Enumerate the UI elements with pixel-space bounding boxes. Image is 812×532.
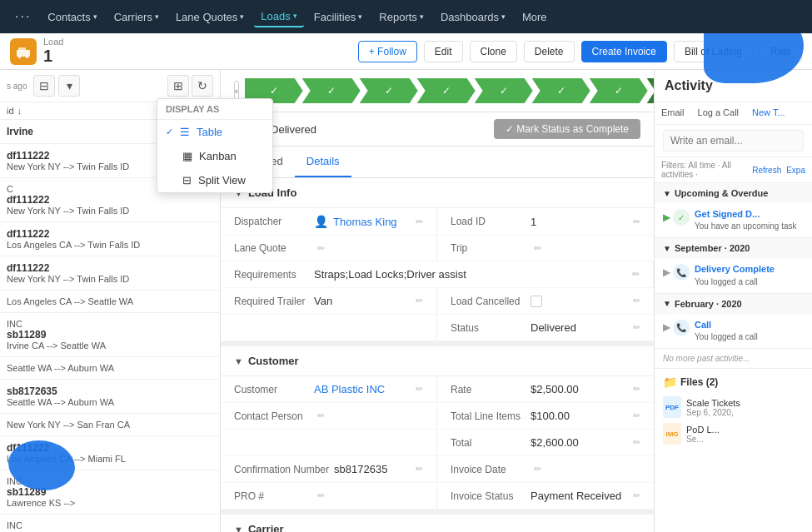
progress-step-3[interactable]: ✓ [360, 78, 418, 103]
total-line-items-edit[interactable]: ✏ [633, 410, 640, 421]
nav-carriers[interactable]: Carriers ▾ [107, 7, 166, 27]
february-header[interactable]: ▼ February · 2020 [655, 294, 812, 314]
dispatcher-edit[interactable]: ✏ [416, 216, 423, 227]
list-item[interactable]: Seattle WA --> Auburn WA [0, 357, 220, 380]
filter-bar: Filters: All time · All activities · Ref… [655, 157, 812, 183]
create-invoice-button[interactable]: Create Invoice [581, 41, 667, 62]
customer-section-header[interactable]: ▼ Customer [221, 346, 654, 376]
list-item[interactable]: df111222 New York NY --> Twin Falls ID [0, 256, 220, 291]
upcoming-overdue-header[interactable]: ▼ Upcoming & Overdue [655, 183, 812, 203]
progress-step-delivered[interactable]: Delivered [647, 78, 654, 103]
mark-complete-button[interactable]: ✓ Mark Status as Complete [494, 119, 640, 139]
call-title[interactable]: Call [695, 319, 758, 331]
progress-step-7[interactable]: ✓ [590, 78, 648, 103]
progress-steps: ✓ ✓ ✓ ✓ ✓ ✓ ✓ Delivered [246, 78, 654, 103]
clone-button[interactable]: Clone [470, 41, 517, 62]
no-more-activities: No more past activitie... [655, 349, 812, 368]
nav-item-dots[interactable]: ··· [8, 6, 37, 27]
nav-contacts[interactable]: Contacts ▾ [41, 7, 103, 27]
requirements-edit[interactable]: ✏ [632, 269, 640, 280]
status-edit[interactable]: ✏ [633, 322, 640, 333]
list-item[interactable]: Los Angeles CA --> Seattle WA [0, 291, 220, 313]
lane-quote-edit[interactable]: ✏ [317, 243, 325, 254]
toolbar-right: ⊞ ↻ [167, 75, 213, 97]
lane-quotes-arrow: ▾ [240, 12, 244, 21]
progress-bar-section: ‹ ✓ ✓ ✓ ✓ ✓ ✓ ✓ Delivered [221, 70, 654, 112]
scale-tickets-info: Scale Tickets Sep 6, 2020, [686, 398, 740, 417]
list-item[interactable]: df111222 Los Angeles CA --> Twin Falls I… [0, 222, 220, 256]
expand-arrow-icon[interactable]: ▶ [663, 211, 670, 223]
pod-info: PoD L... Se... [686, 425, 720, 444]
svg-point-2 [18, 56, 21, 58]
customer-value[interactable]: AB Plastic INC [314, 383, 385, 395]
list-item[interactable]: sb8172635 Seattle WA --> Auburn WA [0, 380, 220, 414]
total-edit[interactable]: ✏ [633, 437, 640, 448]
file-item-scale[interactable]: PDF Scale Tickets Sep 6, 2020, [663, 394, 804, 420]
empty-cust-left [221, 430, 437, 455]
contact-person-edit[interactable]: ✏ [317, 410, 325, 421]
expand-arrow-icon-3[interactable]: ▶ [663, 321, 670, 333]
contact-person-cell: Contact Person ✏ [221, 403, 437, 429]
load-cancelled-checkbox[interactable] [531, 296, 542, 307]
refresh-btn[interactable]: ↻ [192, 75, 213, 97]
tabs-section: Related Details [221, 147, 654, 178]
nav-reports[interactable]: Reports ▾ [372, 7, 431, 27]
dispatcher-value[interactable]: Thomas King [333, 216, 397, 228]
list-item[interactable]: INC sb11289 Irvine CA --> Seattle WA [0, 313, 220, 357]
display-splitview-option[interactable]: ⊟ Split View [157, 168, 221, 192]
trip-label: Trip [451, 242, 526, 254]
invoice-status-edit[interactable]: ✏ [633, 490, 640, 501]
dispatcher-avatar-icon: 👤 [314, 215, 328, 228]
grid-view-btn[interactable]: ⊞ [167, 75, 189, 97]
nav-more[interactable]: More [516, 7, 554, 27]
progress-step-5[interactable]: ✓ [475, 78, 533, 103]
edit-button[interactable]: Edit [424, 41, 463, 62]
refresh-link[interactable]: Refresh [752, 166, 781, 175]
expand-arrow-icon-2[interactable]: ▶ [663, 266, 670, 278]
field-row: Customer AB Plastic INC ✏ Rate $2,500.00… [221, 376, 654, 403]
load-id-edit[interactable]: ✏ [633, 216, 640, 227]
invoice-date-edit[interactable]: ✏ [534, 464, 541, 475]
new-tab[interactable]: New T... [745, 102, 792, 124]
nav-loads[interactable]: Loads ▾ [254, 7, 303, 27]
display-table-option[interactable]: ✓ ☰ Table [157, 120, 221, 144]
svg-rect-1 [18, 47, 26, 51]
progress-step-4[interactable]: ✓ [417, 78, 476, 103]
list-item[interactable]: INC Irvine CA --> Bellevue WA [0, 515, 220, 532]
september-header[interactable]: ▼ September · 2020 [655, 238, 812, 258]
compose-input[interactable] [663, 130, 804, 152]
expand-link[interactable]: Expa [786, 166, 805, 175]
customer-edit[interactable]: ✏ [416, 384, 423, 395]
nav-lane-quotes[interactable]: Lane Quotes ▾ [169, 7, 251, 27]
nav-dashboards[interactable]: Dashboards ▾ [434, 7, 512, 27]
nav-facilities[interactable]: Facilities ▾ [307, 7, 370, 27]
required-trailer-edit[interactable]: ✏ [416, 296, 423, 306]
trip-edit[interactable]: ✏ [534, 243, 541, 254]
files-folder-icon: 📁 [663, 375, 677, 389]
dashboards-arrow: ▾ [501, 12, 506, 21]
status-bar: Status: Delivered ✓ Mark Status as Compl… [221, 112, 654, 147]
status-field-value: Delivered [531, 321, 576, 334]
log-call-tab[interactable]: Log a Call [691, 102, 746, 124]
dropdown-btn[interactable]: ▾ [58, 75, 80, 97]
display-kanban-option[interactable]: ▦ Kanban [157, 144, 221, 168]
confirmation-number-edit[interactable]: ✏ [416, 464, 423, 475]
progress-step-6[interactable]: ✓ [532, 78, 590, 103]
carrier-section-header[interactable]: ▼ Carrier [221, 515, 654, 532]
load-info-section-header[interactable]: ▼ Load Info [221, 178, 654, 208]
rate-edit[interactable]: ✏ [633, 384, 640, 395]
get-signed-title[interactable]: Get Signed D... [695, 208, 797, 221]
list-item[interactable]: New York NY --> San Fran CA [0, 414, 220, 436]
pro-number-edit[interactable]: ✏ [317, 490, 325, 501]
view-toggle-btn[interactable]: ⊟ [33, 75, 55, 97]
load-cancelled-edit[interactable]: ✏ [633, 296, 640, 306]
follow-button[interactable]: + Follow [358, 41, 417, 62]
tab-details[interactable]: Details [295, 147, 351, 177]
progress-step-2[interactable]: ✓ [302, 78, 361, 103]
file-item-pod[interactable]: IMG PoD L... Se... [663, 420, 804, 447]
delivery-title[interactable]: Delivery Complete [695, 263, 775, 276]
email-tab[interactable]: Email [655, 102, 691, 124]
delete-button[interactable]: Delete [524, 41, 575, 62]
activity-item-left-2: ▶ 📞 [663, 263, 690, 281]
load-info-section-body: Dispatcher 👤 Thomas King ✏ Load ID 1 ✏ [221, 208, 654, 346]
